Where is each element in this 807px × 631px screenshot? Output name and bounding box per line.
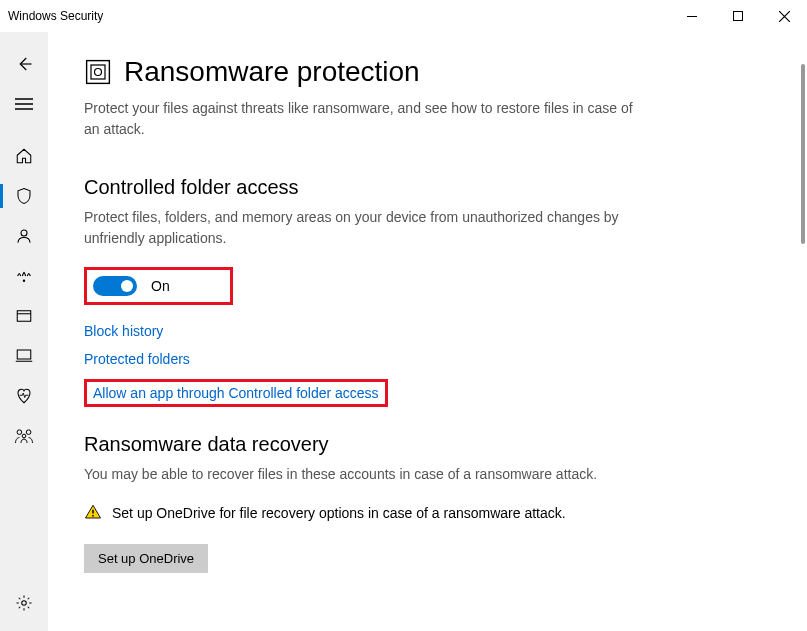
maximize-button[interactable] xyxy=(715,0,761,32)
svg-point-12 xyxy=(95,69,102,76)
window-title: Windows Security xyxy=(8,9,103,23)
onedrive-alert-text: Set up OneDrive for file recovery option… xyxy=(112,503,566,524)
scrollbar[interactable] xyxy=(801,64,805,244)
controlled-folder-toggle-highlight: On xyxy=(84,267,233,305)
window-controls xyxy=(669,0,807,32)
warning-icon xyxy=(84,503,102,524)
content-area: Ransomware protection Protect your files… xyxy=(48,32,807,631)
svg-point-3 xyxy=(23,280,25,282)
family-options-icon[interactable] xyxy=(0,416,48,456)
svg-rect-14 xyxy=(92,515,94,517)
recovery-description: You may be able to recover files in thes… xyxy=(84,464,644,485)
page-title: Ransomware protection xyxy=(124,56,420,88)
firewall-icon[interactable] xyxy=(0,256,48,296)
controlled-folder-description: Protect files, folders, and memory areas… xyxy=(84,207,644,249)
device-security-icon[interactable] xyxy=(0,336,48,376)
block-history-link[interactable]: Block history xyxy=(84,323,771,339)
toggle-state-label: On xyxy=(151,278,170,294)
svg-point-6 xyxy=(17,430,22,435)
back-button[interactable] xyxy=(0,44,48,84)
svg-rect-1 xyxy=(734,12,743,21)
svg-rect-0 xyxy=(687,16,697,17)
titlebar: Windows Security xyxy=(0,0,807,32)
setup-onedrive-button[interactable]: Set up OneDrive xyxy=(84,544,208,573)
svg-rect-5 xyxy=(17,350,31,359)
recovery-title: Ransomware data recovery xyxy=(84,433,771,456)
minimize-button[interactable] xyxy=(669,0,715,32)
allow-app-link[interactable]: Allow an app through Controlled folder a… xyxy=(93,385,379,401)
svg-rect-10 xyxy=(87,61,110,84)
controlled-folder-title: Controlled folder access xyxy=(84,176,771,199)
page-description: Protect your files against threats like … xyxy=(84,98,644,140)
svg-rect-4 xyxy=(17,311,31,322)
allow-app-highlight: Allow an app through Controlled folder a… xyxy=(84,379,388,407)
svg-point-8 xyxy=(22,434,26,438)
svg-rect-13 xyxy=(92,510,94,514)
close-button[interactable] xyxy=(761,0,807,32)
app-browser-control-icon[interactable] xyxy=(0,296,48,336)
protected-folders-link[interactable]: Protected folders xyxy=(84,351,771,367)
svg-point-2 xyxy=(21,230,27,236)
controlled-folder-toggle[interactable] xyxy=(93,276,137,296)
svg-point-7 xyxy=(26,430,31,435)
sidebar xyxy=(0,32,48,631)
menu-icon[interactable] xyxy=(0,84,48,124)
ransomware-icon xyxy=(84,58,112,86)
onedrive-alert: Set up OneDrive for file recovery option… xyxy=(84,503,644,524)
home-icon[interactable] xyxy=(0,136,48,176)
device-performance-icon[interactable] xyxy=(0,376,48,416)
toggle-knob xyxy=(121,280,133,292)
account-protection-icon[interactable] xyxy=(0,216,48,256)
svg-point-9 xyxy=(22,601,27,606)
settings-icon[interactable] xyxy=(0,583,48,623)
svg-rect-11 xyxy=(91,65,105,79)
virus-protection-icon[interactable] xyxy=(0,176,48,216)
